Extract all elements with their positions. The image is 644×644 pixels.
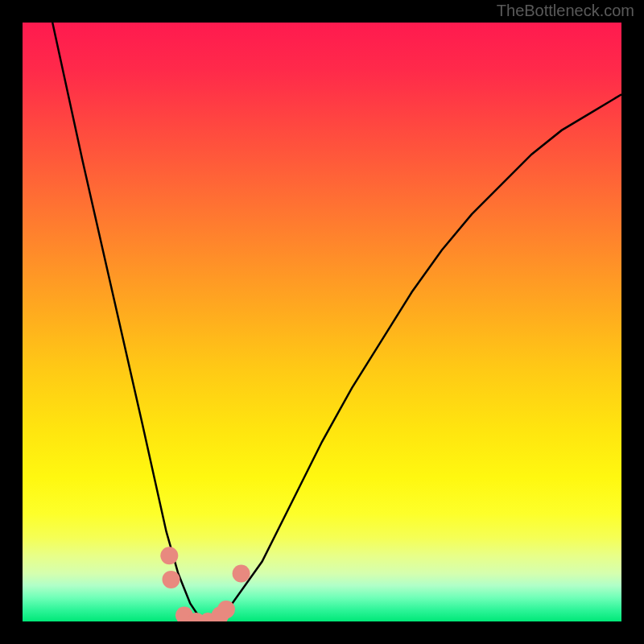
bottleneck-curve: [52, 23, 621, 621]
data-point: [217, 601, 235, 618]
curve-layer: [52, 23, 621, 621]
points-layer: [160, 547, 250, 621]
data-point: [163, 571, 180, 588]
data-point: [233, 565, 250, 583]
data-point: [160, 547, 178, 564]
plot-area: [23, 23, 621, 621]
watermark-text: TheBottleneck.com: [497, 2, 634, 20]
chart-svg: [23, 23, 621, 621]
